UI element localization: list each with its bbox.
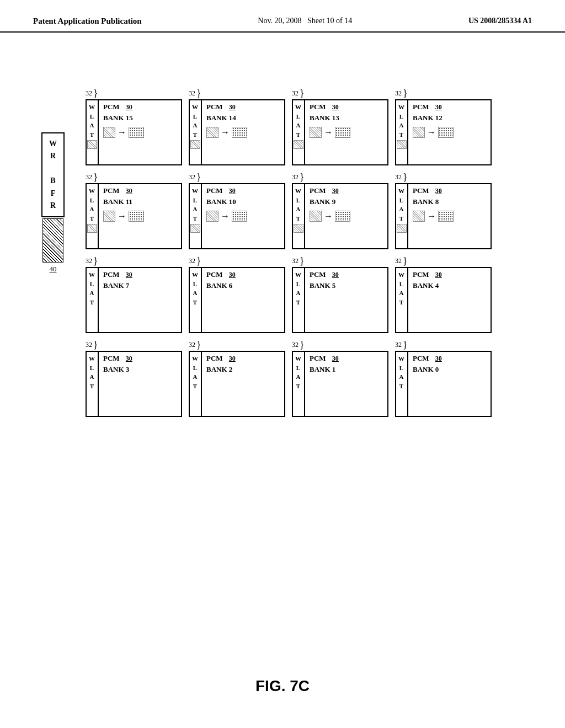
bank-pcm-label: PCM 30 <box>310 186 384 195</box>
bank-content: PCM 30BANK 10→ <box>202 184 284 248</box>
ref-32-text: 32 <box>395 341 402 349</box>
pcm-ref-30: 30 <box>332 271 339 279</box>
wlat-t: T <box>399 298 404 307</box>
bank-wlat-column: WLAT <box>396 100 408 164</box>
wlat-l: L <box>296 196 301 205</box>
small-hatch-box <box>310 127 322 138</box>
bank-name-label: BANK 15 <box>103 114 178 122</box>
bank-content: PCM 30BANK 7 <box>99 268 181 332</box>
bank-module-BANK-0: 32}WLATPCM 30BANK 0 <box>395 340 492 417</box>
bank-pcm-label: PCM 30 <box>413 103 487 111</box>
wlat-w: W <box>398 270 405 280</box>
small-hatch-box <box>206 127 218 138</box>
bank-module-BANK-4: 32}WLATPCM 30BANK 4 <box>395 256 492 333</box>
wlat-w: W <box>192 103 199 112</box>
pcm-text: PCM <box>310 270 326 279</box>
pcm-text: PCM <box>206 270 223 279</box>
bank-content: PCM 30BANK 8→ <box>408 184 491 248</box>
pcm-text: PCM <box>310 103 326 111</box>
wlat-t: T <box>90 214 94 223</box>
dotted-pattern-icon <box>232 211 247 222</box>
bank-ref-32-label: 32} <box>395 172 492 182</box>
curly-brace: } <box>93 340 98 350</box>
bank-pcm-label: PCM 30 <box>413 186 487 195</box>
curly-brace: } <box>93 256 98 266</box>
wlat-w: W <box>295 103 302 112</box>
bank-module-BANK-3: 32}WLATPCM 30BANK 3 <box>86 340 182 417</box>
curly-brace: } <box>403 88 408 98</box>
wlat-t: T <box>399 214 404 223</box>
wlat-l: L <box>296 280 301 289</box>
banks-row-0: 32}WLATPCM 30BANK 15→32}WLATPCM 30BANK 1… <box>86 88 492 165</box>
right-arrow-icon: → <box>221 127 230 137</box>
wlat-w: W <box>192 186 199 196</box>
curly-brace: } <box>300 256 305 266</box>
bank-outer-BANK-3: WLATPCM 30BANK 3 <box>86 351 182 417</box>
bank-pcm-label: PCM 30 <box>310 270 384 279</box>
wlat-l: L <box>193 196 198 205</box>
small-hatch-box <box>413 211 425 222</box>
bank-outer-BANK-10: WLATPCM 30BANK 10→ <box>189 183 285 249</box>
header-sheet: Sheet 10 of 14 <box>307 17 352 25</box>
bank-ref-32-label: 32} <box>86 256 182 266</box>
wlat-t: T <box>90 382 94 391</box>
dotted-pattern-icon <box>129 211 144 222</box>
wlat-t: T <box>296 382 301 391</box>
dotted-pattern-icon <box>438 127 454 138</box>
bank-module-BANK-9: 32}WLATPCM 30BANK 9→ <box>292 172 388 249</box>
bank-name-label: BANK 11 <box>103 197 178 206</box>
bank-content: PCM 30BANK 14→ <box>202 100 284 164</box>
bank-pcm-label: PCM 30 <box>413 354 487 363</box>
right-arrow-icon: → <box>118 211 126 221</box>
bank-ref-32-label: 32} <box>292 340 388 350</box>
bank-content: PCM 30BANK 5 <box>305 268 387 332</box>
bank-outer-BANK-2: WLATPCM 30BANK 2 <box>189 351 285 417</box>
header-publication-title: Patent Application Publication <box>33 17 142 26</box>
pcm-ref-30: 30 <box>229 271 236 279</box>
small-hatch-box <box>310 211 322 222</box>
bank-wlat-column: WLAT <box>87 268 99 332</box>
wlat-a: A <box>90 205 95 214</box>
wlat-l: L <box>90 112 94 121</box>
bank-content: PCM 30BANK 13→ <box>305 100 387 164</box>
ref-32-text: 32 <box>189 257 195 265</box>
bank-ref-32-label: 32} <box>395 256 492 266</box>
bank-name-label: BANK 9 <box>310 197 384 206</box>
bank-module-BANK-5: 32}WLATPCM 30BANK 5 <box>292 256 388 333</box>
dotted-pattern-icon <box>232 127 247 138</box>
wlat-w: W <box>295 186 302 196</box>
bank-name-label: BANK 14 <box>206 114 281 122</box>
bank-pcm-label: PCM 30 <box>206 354 281 363</box>
bank-wlat-column: WLAT <box>293 352 305 416</box>
bank-outer-BANK-1: WLATPCM 30BANK 1 <box>292 351 388 417</box>
wlat-a: A <box>399 121 404 130</box>
pcm-text: PCM <box>206 186 223 195</box>
bank-ref-32-label: 32} <box>395 88 492 98</box>
right-arrow-icon: → <box>324 211 333 221</box>
curly-brace: } <box>403 340 408 350</box>
bank-module-BANK-14: 32}WLATPCM 30BANK 14→ <box>189 88 285 165</box>
wlat-t: T <box>399 382 404 391</box>
wlat-a: A <box>90 121 95 130</box>
curly-brace: } <box>403 172 408 182</box>
bank-content: PCM 30BANK 4 <box>408 268 491 332</box>
bank-module-BANK-8: 32}WLATPCM 30BANK 8→ <box>395 172 492 249</box>
ref-32-text: 32 <box>189 173 195 181</box>
ref-32-text: 32 <box>292 173 299 181</box>
curly-brace: } <box>196 172 201 182</box>
banks-row-3: 32}WLATPCM 30BANK 332}WLATPCM 30BANK 232… <box>86 340 492 417</box>
bank-module-BANK-10: 32}WLATPCM 30BANK 10→ <box>189 172 285 249</box>
bank-content: PCM 30BANK 9→ <box>305 184 387 248</box>
pcm-text: PCM <box>206 354 223 363</box>
curly-brace: } <box>403 256 408 266</box>
wlat-l: L <box>193 363 198 373</box>
bank-module-BANK-11: 32}WLATPCM 30BANK 11→ <box>86 172 182 249</box>
bank-pcm-label: PCM 30 <box>103 270 178 279</box>
wlat-hatch <box>397 224 407 233</box>
ref-32-text: 32 <box>395 257 402 265</box>
banks-row-2: 32}WLATPCM 30BANK 732}WLATPCM 30BANK 632… <box>86 256 492 333</box>
right-arrow-icon: → <box>221 211 230 221</box>
pcm-text: PCM <box>413 103 429 111</box>
pcm-ref-30: 30 <box>332 355 339 363</box>
dotted-pattern-icon <box>335 211 350 222</box>
